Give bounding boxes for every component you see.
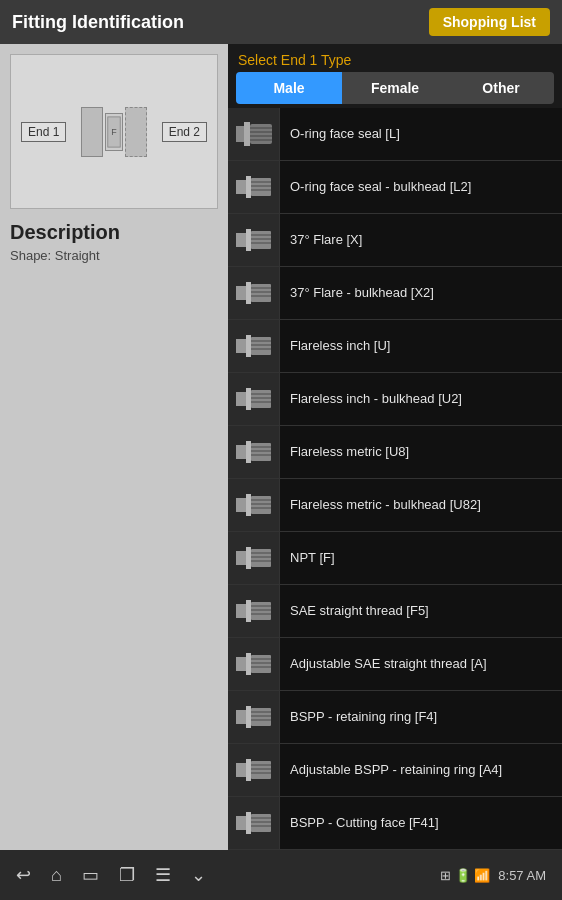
fitting-item-label: O-ring face seal - bulkhead [L2] xyxy=(280,170,481,204)
svg-rect-9 xyxy=(236,180,246,194)
fitting-block-center: F xyxy=(105,113,123,151)
list-item[interactable]: NPT [F] xyxy=(228,532,562,585)
list-item[interactable]: Flareless inch - bulkhead [U2] xyxy=(228,373,562,426)
list-item[interactable]: O-ring face seal - bulkhead [L2] xyxy=(228,161,562,214)
svg-rect-11 xyxy=(251,178,271,196)
tab-other[interactable]: Other xyxy=(448,72,554,104)
svg-rect-39 xyxy=(236,445,246,459)
svg-rect-33 xyxy=(236,392,246,406)
svg-rect-75 xyxy=(236,763,246,777)
back-icon[interactable]: ↩ xyxy=(16,864,31,886)
svg-rect-57 xyxy=(236,604,246,618)
svg-rect-21 xyxy=(236,286,246,300)
list-item[interactable]: BSPP - Cutting face [F41] xyxy=(228,797,562,850)
status-icons: ⊞ 🔋 📶 xyxy=(440,868,490,883)
fitting-icon xyxy=(228,214,280,266)
list-item[interactable]: Flareless metric [U8] xyxy=(228,426,562,479)
shopping-list-button[interactable]: Shopping List xyxy=(429,8,550,36)
list-item[interactable]: SAE straight thread [F5] xyxy=(228,585,562,638)
svg-rect-41 xyxy=(251,443,271,461)
select-end-label: Select End 1 Type xyxy=(228,44,562,72)
fitting-item-label: BSPP - Cutting face [F41] xyxy=(280,806,449,840)
list-item[interactable]: BSPP - retaining ring [F4] xyxy=(228,691,562,744)
fitting-icon xyxy=(228,267,280,319)
svg-rect-16 xyxy=(246,229,251,251)
fitting-icon xyxy=(228,585,280,637)
top-bar: Fitting Identification Shopping List xyxy=(0,0,562,44)
list-item[interactable]: 37° Flare [X] xyxy=(228,214,562,267)
home-icon[interactable]: ⌂ xyxy=(51,865,62,886)
fitting-item-label: Adjustable SAE straight thread [A] xyxy=(280,647,497,681)
screen-icon[interactable]: ❐ xyxy=(119,864,135,886)
list-item[interactable]: 37° Flare - bulkhead [X2] xyxy=(228,267,562,320)
svg-rect-34 xyxy=(246,388,251,410)
fitting-icon xyxy=(228,638,280,690)
menu-icon[interactable]: ☰ xyxy=(155,864,171,886)
tab-female[interactable]: Female xyxy=(342,72,448,104)
svg-rect-17 xyxy=(251,231,271,249)
list-item[interactable]: Adjustable BSPP - retaining ring [A4] xyxy=(228,744,562,797)
svg-rect-3 xyxy=(244,122,250,146)
list-item[interactable]: O-ring face seal [L] xyxy=(228,108,562,161)
end1-label: End 1 xyxy=(21,122,66,142)
svg-rect-40 xyxy=(246,441,251,463)
svg-rect-4 xyxy=(250,124,272,144)
fitting-icon xyxy=(228,532,280,584)
svg-rect-27 xyxy=(236,339,246,353)
svg-text:F: F xyxy=(111,126,117,136)
fitting-item-label: NPT [F] xyxy=(280,541,345,575)
svg-rect-58 xyxy=(246,600,251,622)
svg-rect-69 xyxy=(236,710,246,724)
svg-rect-15 xyxy=(236,233,246,247)
svg-rect-82 xyxy=(246,812,251,834)
left-panel: End 1 F End 2 Description Shape: Straigh… xyxy=(0,44,228,850)
fitting-item-label: BSPP - retaining ring [F4] xyxy=(280,700,447,734)
fitting-item-label: Flareless inch - bulkhead [U2] xyxy=(280,382,472,416)
svg-rect-77 xyxy=(251,761,271,779)
main-content: End 1 F End 2 Description Shape: Straigh… xyxy=(0,44,562,850)
time-display: 8:57 AM xyxy=(498,868,546,883)
fitting-item-label: Flareless metric [U8] xyxy=(280,435,419,469)
right-panel: Select End 1 Type Male Female Other O-ri… xyxy=(228,44,562,850)
fitting-icon xyxy=(228,797,280,849)
app-title: Fitting Identification xyxy=(12,12,184,33)
end2-label: End 2 xyxy=(162,122,207,142)
svg-rect-47 xyxy=(251,496,271,514)
fitting-item-label: SAE straight thread [F5] xyxy=(280,594,439,628)
svg-rect-22 xyxy=(246,282,251,304)
svg-rect-71 xyxy=(251,708,271,726)
tab-bar: Male Female Other xyxy=(236,72,554,104)
description-title: Description xyxy=(10,221,218,244)
fitting-item-label: O-ring face seal [L] xyxy=(280,117,410,151)
svg-rect-10 xyxy=(246,176,251,198)
svg-rect-23 xyxy=(251,284,271,302)
fitting-type-list: O-ring face seal [L] O-ring face seal - … xyxy=(228,108,562,850)
svg-rect-83 xyxy=(251,814,271,832)
fitting-icon xyxy=(228,744,280,796)
keyboard-down-icon[interactable]: ⌄ xyxy=(191,864,206,886)
svg-rect-70 xyxy=(246,706,251,728)
fitting-shape: F xyxy=(81,107,147,157)
fitting-item-label: Flareless metric - bulkhead [U82] xyxy=(280,488,491,522)
nav-icons: ↩ ⌂ ▭ ❐ ☰ ⌄ xyxy=(16,864,206,886)
svg-rect-51 xyxy=(236,551,246,565)
svg-rect-59 xyxy=(251,602,271,620)
tab-male[interactable]: Male xyxy=(236,72,342,104)
svg-rect-81 xyxy=(236,816,246,830)
fitting-icon xyxy=(228,320,280,372)
list-item[interactable]: Flareless inch [U] xyxy=(228,320,562,373)
fitting-icon xyxy=(228,479,280,531)
svg-rect-45 xyxy=(236,498,246,512)
list-item[interactable]: Flareless metric - bulkhead [U82] xyxy=(228,479,562,532)
recent-apps-icon[interactable]: ▭ xyxy=(82,864,99,886)
list-item[interactable]: Adjustable SAE straight thread [A] xyxy=(228,638,562,691)
svg-rect-63 xyxy=(236,657,246,671)
svg-rect-53 xyxy=(251,549,271,567)
fitting-item-label: Flareless inch [U] xyxy=(280,329,400,363)
svg-rect-46 xyxy=(246,494,251,516)
status-area: ⊞ 🔋 📶 8:57 AM xyxy=(440,868,546,883)
bottom-bar: ↩ ⌂ ▭ ❐ ☰ ⌄ ⊞ 🔋 📶 8:57 AM xyxy=(0,850,562,900)
svg-rect-64 xyxy=(246,653,251,675)
description-section: Description Shape: Straight xyxy=(10,221,218,263)
fitting-icon xyxy=(228,108,280,160)
